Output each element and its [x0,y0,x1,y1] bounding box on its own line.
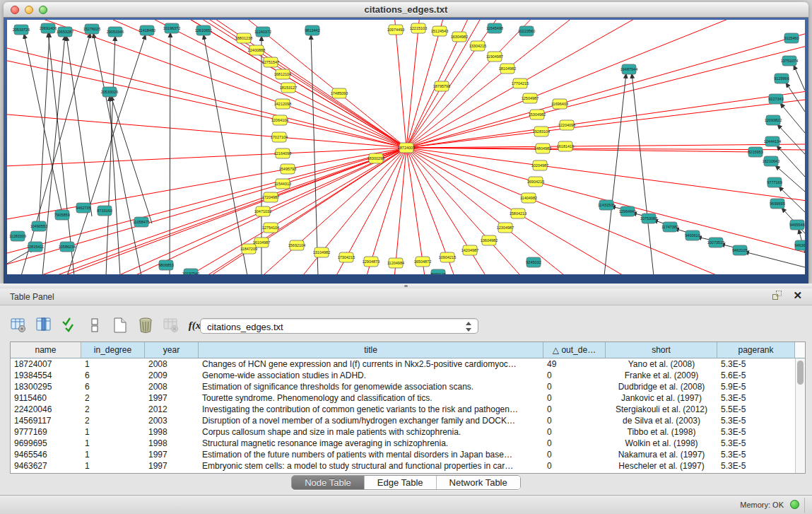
table-row[interactable]: 1456911722003Disruption of a novel membe… [11,415,805,426]
float-window-icon[interactable] [772,291,783,300]
graph-node[interactable]: 11544313 [274,179,291,189]
tab-network-table[interactable]: Network Table [437,476,520,489]
graph-node[interactable]: 8990126 [430,269,445,274]
graph-node[interactable]: 10753088 [640,214,657,223]
graph-node[interactable]: 10073515 [707,238,724,247]
graph-node[interactable]: 19487944 [620,64,637,74]
graph-node[interactable]: 9400610 [685,230,700,240]
table-row[interactable]: 1872400712008Changes of HCN gene express… [11,358,805,370]
graph-node[interactable]: 15276025 [83,24,100,34]
select-all-icon[interactable] [61,317,78,334]
graph-node[interactable]: 18104982 [499,64,516,74]
graph-node[interactable]: 14212098 [274,99,291,109]
graph-node[interactable]: 9463105 [732,245,747,255]
graph-node[interactable]: 9777169 [767,177,782,187]
column-header-name[interactable]: name [11,342,81,358]
graph-node[interactable]: 13304215 [469,41,486,51]
table-row[interactable]: 1938455462009Genome-wide association stu… [11,370,805,381]
graph-node[interactable]: 9806853 [158,260,173,270]
graph-node[interactable]: 11418480 [139,25,155,35]
graph-node[interactable]: 15692104 [288,240,305,250]
graph-node[interactable]: 11058475 [133,217,150,227]
graph-node[interactable]: 12964941 [619,206,636,216]
column-visibility-icon[interactable] [35,317,52,334]
column-header-pagerank[interactable]: pagerank [717,342,795,358]
column-header-title[interactable]: title [199,342,543,358]
graph-node[interactable]: 15495793 [279,164,296,174]
tab-edge-table[interactable]: Edge Table [365,476,437,489]
graph-node[interactable]: 20691406 [40,23,57,33]
new-document-icon[interactable] [112,317,129,334]
graph-node[interactable]: 11431505 [598,200,615,210]
graph-node[interactable]: 9463627 [794,240,805,250]
graph-node[interactable]: 8733160 [97,206,112,216]
graph-node[interactable]: 11204984 [387,258,404,268]
memory-status-indicator[interactable] [790,500,799,509]
graph-node[interactable]: 20533726 [13,25,30,35]
graph-node[interactable]: 16904215 [527,177,544,187]
graph-node[interactable]: 15124543 [431,26,448,36]
column-header-out_de[interactable]: △ out_de… [543,342,606,358]
graph-node[interactable]: 17704215 [512,78,529,88]
graph-node[interactable]: 17027104 [271,132,288,142]
graph-node[interactable]: 29053346 [107,27,124,37]
graph-node[interactable]: 10223560 [518,26,535,36]
graph-node[interactable]: 12754104 [262,223,279,233]
graph-node[interactable]: 8215953 [748,147,763,157]
graph-node[interactable]: 9813442 [305,25,319,35]
graph-node[interactable]: 16812104 [274,69,291,79]
clear-selection-icon[interactable] [86,317,103,334]
graph-node[interactable]: 9462735 [76,203,90,213]
table-row[interactable]: 977716911998Corpus callosum shape and si… [11,426,805,438]
scrollbar-thumb[interactable] [797,361,804,385]
graph-node[interactable]: 15804213 [510,209,526,218]
graph-node[interactable]: 11696403 [551,99,568,109]
network-graph-canvas[interactable]: 2053372620691406106532871527602529053346… [7,20,805,274]
graph-node[interactable]: 11545498 [486,23,503,33]
graph-node[interactable]: 12204098 [558,120,575,130]
graph-node[interactable]: 10974493 [387,25,404,35]
graph-node[interactable]: 10490553 [30,221,47,231]
graph-node[interactable]: 11283309 [9,231,26,241]
table-settings-icon[interactable] [10,317,27,334]
graph-node[interactable]: 7905859 [54,210,69,220]
graph-node[interactable]: 13751074 [781,56,798,66]
graph-node[interactable]: 12610651 [195,25,212,35]
graph-node[interactable]: 9699695 [770,199,784,209]
table-row[interactable]: 969969511998Structural magnetic resonanc… [11,438,805,449]
graph-hub-node[interactable]: 18724007 [398,143,415,153]
graph-node[interactable]: 10196372 [163,23,180,33]
graph-node[interactable]: 14804982 [534,144,551,153]
graph-node[interactable]: 12064104 [271,115,288,125]
graph-node[interactable]: 10904215 [439,252,456,262]
graph-node[interactable]: 12215103 [410,23,427,33]
graph-node[interactable]: 14204987 [461,245,478,255]
graph-node[interactable]: 10653287 [57,27,73,37]
graph-node[interactable]: 12164098 [274,148,291,158]
close-panel-icon[interactable]: ✕ [793,291,802,300]
delete-trash-icon[interactable] [137,317,154,334]
graph-node[interactable]: 18300295 [367,153,384,163]
graph-node[interactable]: 22400888 [248,45,265,55]
graph-node[interactable]: 12444134 [764,136,781,146]
graph-node[interactable]: 9227343 [768,94,783,104]
graph-node[interactable]: 12093822 [765,115,782,125]
table-row[interactable]: 1830029562008Estimation of significance … [11,381,805,392]
graph-node[interactable]: 17304215 [338,252,355,262]
tab-node-table[interactable]: Node Table [292,476,365,489]
column-header-in_degree[interactable]: in_degree [81,342,145,358]
graph-node[interactable]: 9245032 [526,257,541,267]
graph-node[interactable]: 16181419 [557,141,574,151]
graph-node[interactable]: 11847209 [240,244,257,254]
graph-node[interactable]: 11904987 [486,52,503,62]
table-row[interactable]: 911546021997Tourette syndrome. Phenomeno… [11,392,805,404]
graph-node[interactable]: 9465546 [789,220,804,230]
graph-node[interactable]: 18801238 [235,33,252,43]
graph-node[interactable]: 17204987 [262,192,279,202]
vertical-scrollbar[interactable] [795,358,805,473]
graph-node[interactable]: 16304982 [451,32,468,42]
graph-node[interactable]: 11240372 [254,27,271,37]
graph-node[interactable]: 12304987 [497,223,514,233]
column-header-short[interactable]: short [606,342,717,358]
graph-node[interactable]: 17485093 [331,88,348,98]
